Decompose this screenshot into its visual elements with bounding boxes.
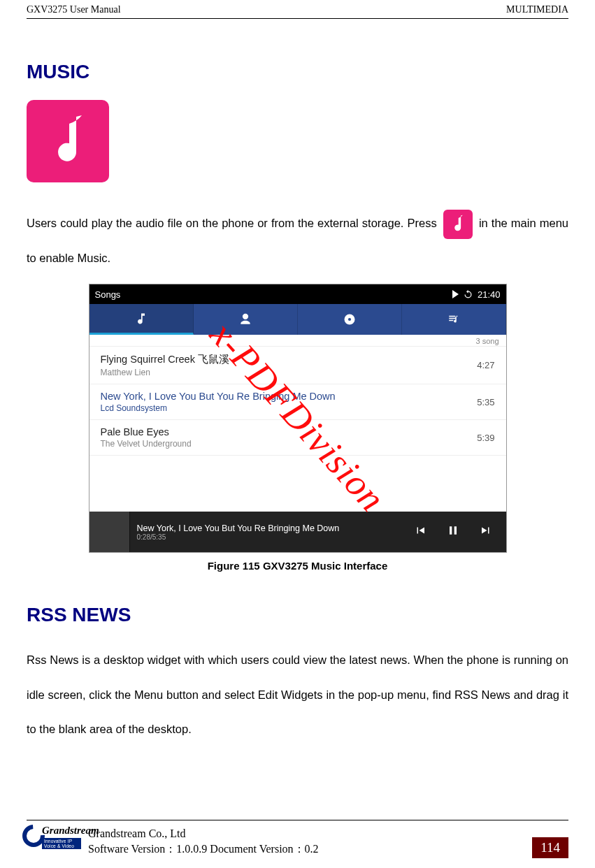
song-row[interactable]: Flying Squirrel Creek 飞鼠溪 Matthew Lien 4… — [89, 347, 506, 384]
song-row[interactable]: Pale Blue Eyes The Velvet Underground 5:… — [89, 420, 506, 456]
tab-artists[interactable] — [194, 304, 298, 335]
figure-caption: Figure 115 GXV3275 Music Interface — [27, 560, 568, 572]
grandstream-logo: Grandstream Innovative IP Voice & Video — [27, 825, 81, 858]
page-header: GXV3275 User Manual MULTIMEDIA — [27, 0, 568, 19]
tab-albums[interactable] — [298, 304, 402, 335]
page-footer: Grandstream Innovative IP Voice & Video … — [27, 820, 568, 858]
song-artist: The Velvet Underground — [101, 439, 192, 449]
song-artist: Lcd Soundsystem — [101, 403, 336, 413]
playlist-icon — [446, 313, 461, 326]
footer-version: Software Version：1.0.0.9 Document Versio… — [88, 841, 319, 857]
song-duration: 4:27 — [477, 360, 494, 370]
song-title: Pale Blue Eyes — [101, 426, 192, 437]
music-toolbar — [89, 304, 506, 335]
status-bar: Songs 21:40 — [89, 284, 506, 304]
song-row[interactable]: New York, I Love You But You Re Bringing… — [89, 384, 506, 420]
song-title: Flying Squirrel Creek 飞鼠溪 — [101, 353, 229, 366]
artist-icon — [238, 312, 253, 326]
music-heading: MUSIC — [27, 61, 568, 83]
pause-button[interactable] — [446, 523, 460, 540]
music-interface-screenshot: Songs 21:40 — [89, 284, 507, 553]
album-art[interactable] — [89, 512, 130, 552]
svg-point-1 — [347, 318, 350, 321]
header-right: MULTIMEDIA — [506, 4, 568, 15]
sync-icon — [463, 289, 473, 300]
page-number: 114 — [532, 837, 568, 858]
tab-playlists[interactable] — [402, 304, 506, 335]
status-title: Songs — [95, 289, 121, 300]
song-count: 3 song — [89, 335, 506, 347]
logo-name: Grandstream — [42, 825, 81, 837]
now-playing-bar: New York, I Love You But You Re Bringing… — [89, 512, 506, 552]
para-before: Users could play the audio file on the p… — [27, 217, 437, 229]
music-note-icon — [45, 114, 90, 168]
song-duration: 5:39 — [477, 433, 494, 443]
play-indicator-icon — [452, 290, 459, 298]
music-app-icon-large — [27, 100, 109, 182]
song-title: New York, I Love You But You Re Bringing… — [101, 391, 336, 402]
music-paragraph: Users could play the audio file on the p… — [27, 206, 568, 275]
svg-point-2 — [24, 827, 43, 845]
status-clock: 21:40 — [478, 289, 501, 300]
disc-icon — [343, 312, 357, 326]
logo-tagline: Innovative IP Voice & Video — [42, 838, 81, 849]
rss-heading: RSS NEWS — [27, 604, 568, 626]
tab-songs[interactable] — [89, 304, 194, 335]
song-artist: Matthew Lien — [101, 368, 229, 377]
music-note-icon — [134, 311, 148, 326]
rss-paragraph: Rss News is a desktop widget with which … — [27, 643, 568, 747]
now-playing-time: 0:28/5:35 — [137, 533, 393, 541]
footer-company: Grandstream Co., Ltd — [88, 826, 319, 841]
next-button[interactable] — [480, 524, 492, 540]
song-duration: 5:35 — [477, 397, 494, 407]
prev-button[interactable] — [414, 524, 426, 540]
header-left: GXV3275 User Manual — [27, 4, 121, 15]
music-app-icon-inline — [443, 210, 473, 239]
now-playing-title: New York, I Love You But You Re Bringing… — [137, 523, 393, 533]
